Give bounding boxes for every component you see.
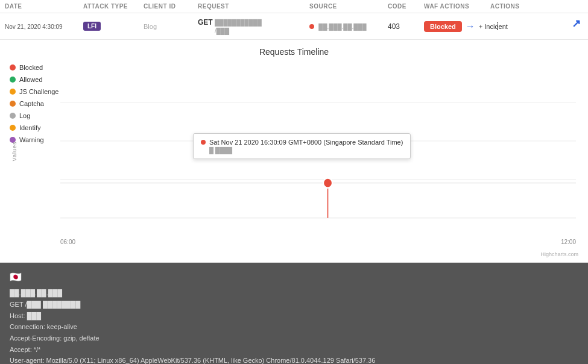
source-dot-icon	[309, 24, 314, 29]
highcharts-credit: Highcharts.com	[540, 251, 578, 257]
more-options-button[interactable]: ⋮	[493, 21, 502, 31]
x-label-0600: 06:00	[60, 239, 75, 245]
table-row[interactable]: Nov 21, 2020 4:30:09 LFI Blog GET ██████…	[0, 13, 588, 40]
arrow-right-icon: →	[466, 21, 475, 32]
legend-item-blocked: Blocked	[10, 64, 58, 71]
user-agent-line: User-agent: Mozilla/5.0 (X11; Linux x86_…	[10, 355, 578, 364]
legend-dot-allowed	[10, 77, 16, 83]
y-axis-label: Values	[11, 141, 17, 161]
chart-legend: Blocked Allowed JS Challenge Captcha Log…	[10, 64, 58, 143]
legend-item-captcha: Captcha	[10, 100, 58, 107]
legend-item-log: Log	[10, 112, 58, 119]
legend-dot-identify	[10, 125, 16, 131]
legend-dot-captcha	[10, 101, 16, 107]
col-header-client: CLIENT ID	[144, 3, 198, 10]
chart-tooltip: Sat Nov 21 2020 16:30:09 GMT+0800 (Singa…	[193, 133, 411, 159]
col-header-waf: WAF ACTIONS	[424, 3, 490, 10]
country-flag-icon: 🇯🇵	[10, 269, 578, 285]
legend-dot-log	[10, 113, 16, 119]
x-axis-labels: 06:00 12:00	[60, 239, 576, 245]
cell-code: 403	[388, 22, 424, 31]
cell-waf-status: Blocked → + Incident	[424, 21, 490, 32]
cell-request: GET ███████████ /███	[198, 18, 309, 35]
tooltip-dot	[201, 140, 206, 145]
cell-date: Nov 21, 2020 4:30:09	[5, 22, 83, 31]
col-header-actions: ACTIONS	[490, 3, 539, 10]
legend-item-jschallenge: JS Challenge	[10, 88, 58, 95]
tooltip-datetime: Sat Nov 21 2020 16:30:09 GMT+0800 (Singa…	[209, 139, 403, 146]
col-header-request: REQUEST	[198, 3, 309, 10]
request-line: GET /███ ████████	[10, 299, 578, 310]
col-header-source: SOURCE	[309, 3, 388, 10]
chart-title: Requests Timeline	[0, 40, 588, 57]
blocked-badge: Blocked	[424, 21, 462, 32]
accept-line: Accept: */*	[10, 344, 578, 356]
cell-actions: ⋮ ↗	[490, 20, 539, 32]
cell-attack-type: LFI	[83, 22, 144, 31]
legend-dot-blocked	[10, 64, 16, 71]
legend-dot-jschallenge	[10, 89, 16, 95]
accept-encoding-line: Accept-Encoding: gzip, deflate	[10, 333, 578, 344]
host-line: Host: ███	[10, 310, 578, 322]
connection-line: Connection: keep-alive	[10, 321, 578, 333]
col-header-attack: ATTACK TYPE	[83, 3, 144, 10]
legend-item-allowed: Allowed	[10, 76, 58, 83]
request-detail-panel: 🇯🇵 ██.███.██.███ GET /███ ████████ Host:…	[0, 263, 588, 364]
table-header: DATE ATTACK TYPE CLIENT ID REQUEST SOURC…	[0, 0, 588, 13]
tooltip-value: █ ████	[201, 147, 403, 154]
cell-source: ██.███.██.███	[309, 22, 388, 31]
data-point	[323, 178, 332, 187]
blue-arrow-annotation: ↗	[572, 17, 581, 30]
lfi-badge: LFI	[83, 22, 101, 31]
legend-item-identify: Identify	[10, 124, 58, 131]
cell-client-id: Blog	[144, 22, 198, 31]
source-ip-detail: ██.███.██.███	[10, 287, 578, 299]
x-label-1200: 12:00	[561, 239, 576, 245]
col-header-code: CODE	[388, 3, 424, 10]
requests-timeline-chart: Requests Timeline Blocked Allowed JS Cha…	[0, 40, 588, 263]
col-header-date: DATE	[5, 3, 83, 10]
